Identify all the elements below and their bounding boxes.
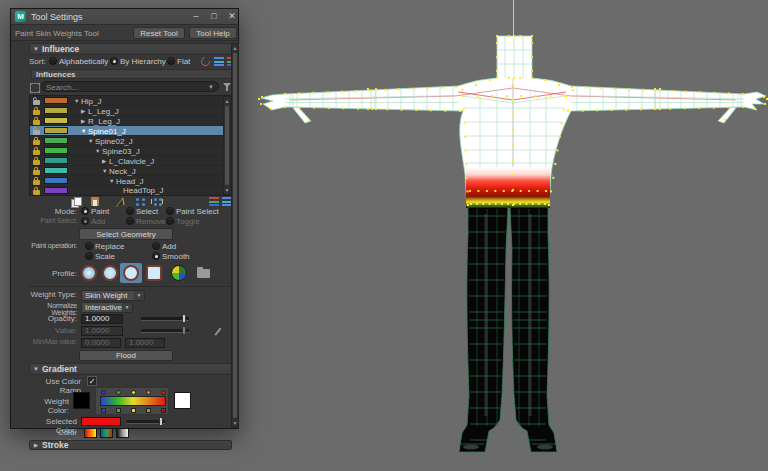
browse-profile-folder-icon[interactable] [197,269,210,278]
lock-icon[interactable] [32,147,41,156]
lock-icon[interactable] [32,97,41,106]
selected-color-swatch[interactable] [81,417,121,426]
color-ramp-widget[interactable]: ✕ [95,387,169,415]
use-color-ramp-checkbox[interactable]: ✓ [87,376,97,386]
select-geometry-button[interactable]: Select Geometry [79,228,173,240]
ramp-marker[interactable] [161,390,166,395]
character-mesh[interactable] [258,35,768,452]
weight-hammer-icon[interactable] [114,197,125,207]
lock-icon[interactable] [32,177,41,186]
sort-option-label[interactable]: Alphabetically [59,57,108,66]
panel-scrollbar[interactable]: ▲ ▼ [231,43,239,428]
ramp-list-icon[interactable] [209,197,219,206]
scroll-down-icon[interactable]: ▼ [224,186,230,194]
ramp-marker-handle[interactable] [146,408,151,413]
lock-icon[interactable] [32,127,41,136]
influence-row[interactable]: ▼Head_J [30,176,231,186]
lock-icon[interactable] [32,157,41,166]
maximize-button[interactable]: □ [207,10,221,23]
reset-tool-button[interactable]: Reset Tool [133,27,185,39]
ramp-marker-handle[interactable] [131,408,136,413]
influence-row[interactable]: ▼Hip_J [30,96,231,106]
mode-option-label[interactable]: Paint [91,207,109,216]
sort-radio-flat[interactable] [167,57,175,65]
color-preset-chip[interactable] [116,428,129,438]
color-preset-chip[interactable] [84,428,97,438]
sort-radio-by-hierarchy[interactable] [110,57,118,65]
ramp-marker-handle[interactable] [116,408,121,413]
lock-icon[interactable] [32,187,41,196]
scrollbar-thumb[interactable] [225,106,229,185]
weight-type-dropdown[interactable]: Skin Weight▼ [81,290,145,301]
lock-icon[interactable] [32,137,41,146]
expand-arrow-icon[interactable]: ▼ [102,166,109,176]
ramp-marker[interactable] [131,390,136,395]
expand-arrow-icon[interactable]: ▶ [102,156,109,166]
brush-profile-soft[interactable] [81,265,97,281]
maya-brush-icon[interactable] [171,265,187,281]
show-influenced-vertices-icon[interactable] [152,197,163,207]
scroll-up-icon[interactable]: ▲ [232,44,238,52]
expand-arrow-icon[interactable]: ▼ [95,146,102,156]
weight-color-high-swatch[interactable] [174,392,191,409]
chevron-down-icon[interactable]: ▼ [134,291,144,300]
opacity-slider[interactable] [141,314,189,323]
scroll-up-icon[interactable]: ▲ [224,97,230,105]
influence-list[interactable]: ▼Hip_J ▶L_Leg_J ▶R_Leg_J ▼Spine01_J ▼Spi… [29,95,232,196]
gradient-section-header[interactable]: ▼Gradient [29,363,232,375]
influence-row[interactable]: ▶L_Leg_J [30,106,231,116]
ramp-marker[interactable] [116,390,121,395]
hierarchy-view-icon[interactable] [214,57,224,66]
paint-op-radio-replace[interactable] [85,242,93,250]
search-input[interactable]: Search...▼ [41,81,219,92]
influence-row[interactable]: ▶R_Leg_J [30,116,231,126]
expand-arrow-icon[interactable]: ▶ [81,106,88,116]
influence-row[interactable]: ▶L_Clavicle_J [30,156,231,166]
influence-row[interactable]: ▼Spine01_J [30,126,231,136]
refresh-influences-icon[interactable] [199,55,212,68]
influence-row[interactable]: ▼Spine03_J [30,146,231,156]
filter-funnel-icon[interactable] [223,83,231,91]
lock-icon[interactable] [32,107,41,116]
mode-radio-select[interactable] [126,207,134,215]
lock-icon[interactable] [32,117,41,126]
weight-color-low-swatch[interactable] [73,392,90,409]
expand-arrow-icon[interactable]: ▼ [109,176,116,186]
brush-profile-square[interactable] [146,265,162,281]
tool-help-button[interactable]: Tool Help [189,27,237,39]
normalize-weights-dropdown[interactable]: Interactive▼ [81,302,133,313]
copy-weights-icon[interactable] [71,197,82,207]
lock-icon[interactable] [32,167,41,176]
ramp-marker-handle[interactable] [101,408,106,413]
stroke-section-header[interactable]: ▶Stroke [29,440,232,450]
sort-option-label[interactable]: By Hierarchy [120,57,166,66]
brush-profile-medium[interactable] [102,265,118,281]
paint-op-radio-add[interactable] [152,242,160,250]
paste-weights-icon[interactable] [91,197,102,207]
paint-op-radio-scale[interactable] [85,252,93,260]
ramp-marker[interactable] [101,390,106,395]
search-dropdown-icon[interactable]: ▼ [208,82,214,93]
expand-arrow-icon[interactable]: ▼ [74,96,81,106]
mode-option-label[interactable]: Paint Select [176,207,219,216]
paint-op-radio-smooth[interactable] [152,252,160,260]
legs[interactable] [459,207,557,452]
scroll-down-icon[interactable]: ▼ [232,419,238,427]
expand-arrow-icon[interactable]: ▼ [88,136,95,146]
mode-option-label[interactable]: Select [136,207,158,216]
scrollbar-thumb[interactable] [233,53,237,418]
brush-profile-hard[interactable] [123,265,139,281]
color-ramp-bar[interactable] [100,396,166,406]
minimize-button[interactable]: – [189,10,203,23]
ramp-marker-handle[interactable]: ✕ [161,408,166,413]
influence-section-header[interactable]: ▼Influence [29,43,232,55]
close-button[interactable]: ✕ [225,10,239,23]
influence-row[interactable]: ▼Neck_J [30,166,231,176]
sort-option-label[interactable]: Flat [177,57,190,66]
influence-list-scrollbar[interactable]: ▲ ▼ [223,96,231,195]
influence-row[interactable]: ▼Spine02_J [30,136,231,146]
selection-box-icon[interactable] [30,83,40,93]
expand-arrow-icon[interactable]: ▶ [81,116,88,126]
window-titlebar[interactable]: M Tool Settings – □ ✕ [11,9,238,25]
pencil-icon[interactable] [214,327,221,335]
